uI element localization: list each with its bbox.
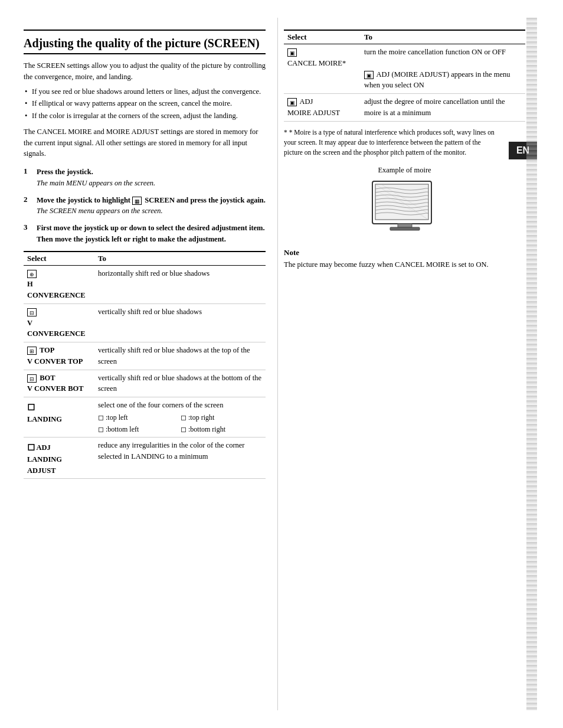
h-conv-icon: ⊕ bbox=[27, 270, 37, 278]
to-cell: vertically shift red or blue shadows at … bbox=[94, 370, 266, 397]
step-1: 1 Press the joystick. The main MENU appe… bbox=[24, 167, 266, 189]
corner-bot-left: ◻:bottom left bbox=[98, 424, 179, 435]
monitor-illustration bbox=[369, 178, 440, 237]
step-3-number: 3 bbox=[24, 223, 32, 245]
corner-tr-icon: ◻ bbox=[181, 412, 186, 423]
corner-grid: ◻:top left ◻:top right ◻:bottom left ◻:b… bbox=[98, 412, 262, 435]
step-2-sub: The SCREEN menu appears on the screen. bbox=[37, 207, 163, 215]
step-1-number: 1 bbox=[24, 167, 32, 189]
right-table: Select To ▣ CANCEL MOIRE* turn the moire… bbox=[284, 30, 525, 122]
svg-rect-6 bbox=[390, 227, 420, 230]
bullet-item: If elliptical or wavy patterns appear on… bbox=[24, 98, 266, 109]
select-cell: ⊟ V CONVERGENCE bbox=[24, 303, 94, 342]
table-row: ⊞ TOP V CONVER TOP vertically shift red … bbox=[24, 342, 266, 370]
svg-rect-5 bbox=[398, 224, 412, 227]
right-col-to: To bbox=[361, 30, 525, 44]
footnote-asterisk: * bbox=[284, 129, 287, 136]
note-text: The picture may become fuzzy when CANCEL… bbox=[284, 259, 525, 270]
corner-bl-icon: ◻ bbox=[98, 424, 104, 435]
right-column: Select To ▣ CANCEL MOIRE* turn the moire… bbox=[277, 18, 537, 710]
col-to: To bbox=[94, 252, 266, 266]
left-column: Adjusting the quality of the picture (SC… bbox=[0, 18, 277, 710]
step-3-bold: First move the joystick up or down to se… bbox=[37, 224, 265, 243]
step-2-number: 2 bbox=[24, 195, 32, 217]
landing-icon: ◻ bbox=[27, 401, 35, 412]
v-conv-icon: ⊟ bbox=[27, 308, 37, 316]
table-row: ⊟ BOT V CONVER BOT vertically shift red … bbox=[24, 370, 266, 397]
bot-icon: ⊟ bbox=[27, 374, 37, 383]
step-2-bold: Move the joystick to highlight ▦ SCREEN … bbox=[37, 196, 266, 204]
table-row: ◻ LANDING select one of the four corners… bbox=[24, 397, 266, 438]
table-row: ⊕ H CONVERGENCE horizontally shift red o… bbox=[24, 265, 266, 303]
step-1-content: Press the joystick. The main MENU appear… bbox=[37, 167, 266, 189]
to-cell: adjust the degree of moire cancellation … bbox=[361, 94, 525, 122]
to-cell: turn the moire cancellation function ON … bbox=[361, 44, 525, 94]
select-cell: ⊕ H CONVERGENCE bbox=[24, 265, 94, 303]
cancel-moire-icon: ▣ bbox=[287, 48, 297, 57]
intro-paragraph: The SCREEN settings allow you to adjust … bbox=[24, 60, 266, 83]
corner-br-icon: ◻ bbox=[181, 424, 186, 435]
footnote: * * Moire is a type of natural interfere… bbox=[284, 128, 525, 158]
table-row: ◻ ADJ LANDING ADJUST reduce any irregula… bbox=[24, 437, 266, 479]
bullet-list: If you see red or blue shadows around le… bbox=[24, 86, 266, 122]
col-select: Select bbox=[24, 252, 94, 266]
right-col-select: Select bbox=[284, 30, 361, 44]
corner-top-left: ◻:top left bbox=[98, 412, 179, 423]
bullet-item: If you see red or blue shadows around le… bbox=[24, 86, 266, 97]
moire-adj-icon: ▣ bbox=[287, 98, 297, 106]
note-title: Note bbox=[284, 248, 525, 257]
select-cell: ⊞ TOP V CONVER TOP bbox=[24, 342, 94, 370]
right-border-decoration bbox=[526, 18, 537, 710]
stored-text: The CANCEL MOIRE and MOIRE ADJUST settin… bbox=[24, 126, 266, 159]
select-cell: ◻ ADJ LANDING ADJUST bbox=[24, 437, 94, 479]
screen-icon: ▦ bbox=[132, 197, 142, 205]
table-row: ⊟ V CONVERGENCE vertically shift red or … bbox=[24, 303, 266, 342]
top-icon: ⊞ bbox=[27, 347, 37, 355]
steps-section: 1 Press the joystick. The main MENU appe… bbox=[24, 167, 266, 245]
step-1-sub: The main MENU appears on the screen. bbox=[37, 179, 155, 187]
step-3-content: First move the joystick up or down to se… bbox=[37, 223, 266, 245]
top-divider bbox=[24, 30, 266, 31]
example-moire-section: Example of moire bbox=[284, 166, 525, 240]
table-row: ▣ ADJ MOIRE ADJUST adjust the degree of … bbox=[284, 94, 525, 122]
to-cell: vertically shift red or blue shadows bbox=[94, 303, 266, 342]
step-3: 3 First move the joystick up or down to … bbox=[24, 223, 266, 245]
table-row: ▣ CANCEL MOIRE* turn the moire cancellat… bbox=[284, 44, 525, 94]
to-cell: horizontally shift red or blue shadows bbox=[94, 265, 266, 303]
select-cell: ◻ LANDING bbox=[24, 397, 94, 438]
to-cell: select one of the four corners of the sc… bbox=[94, 397, 266, 438]
step-1-bold: Press the joystick. bbox=[37, 168, 93, 176]
page-title: Adjusting the quality of the picture (SC… bbox=[24, 35, 266, 54]
select-cell: ▣ CANCEL MOIRE* bbox=[284, 44, 361, 94]
footnote-text: * Moire is a type of natural interferenc… bbox=[284, 129, 495, 156]
page: Adjusting the quality of the picture (SC… bbox=[0, 0, 563, 728]
landing-adj-icon: ◻ bbox=[27, 442, 35, 452]
example-label: Example of moire bbox=[284, 166, 525, 175]
note-section: Note The picture may become fuzzy when C… bbox=[284, 248, 525, 270]
corner-tl-icon: ◻ bbox=[98, 412, 104, 423]
to-cell: reduce any irregularities in the color o… bbox=[94, 437, 266, 479]
select-cell: ▣ ADJ MOIRE ADJUST bbox=[284, 94, 361, 122]
step-2: 2 Move the joystick to highlight ▦ SCREE… bbox=[24, 195, 266, 217]
left-table: Select To ⊕ H CONVERGENCE horizontally s… bbox=[24, 251, 266, 479]
adj-moire-icon-small: ▣ bbox=[364, 71, 374, 79]
bullet-item: If the color is irregular at the corners… bbox=[24, 110, 266, 122]
corner-bot-right: ◻:bottom right bbox=[181, 424, 262, 435]
step-2-content: Move the joystick to highlight ▦ SCREEN … bbox=[37, 195, 266, 217]
select-cell: ⊟ BOT V CONVER BOT bbox=[24, 370, 94, 397]
corner-top-right: ◻:top right bbox=[181, 412, 262, 423]
to-cell: vertically shift red or blue shadows at … bbox=[94, 342, 266, 370]
